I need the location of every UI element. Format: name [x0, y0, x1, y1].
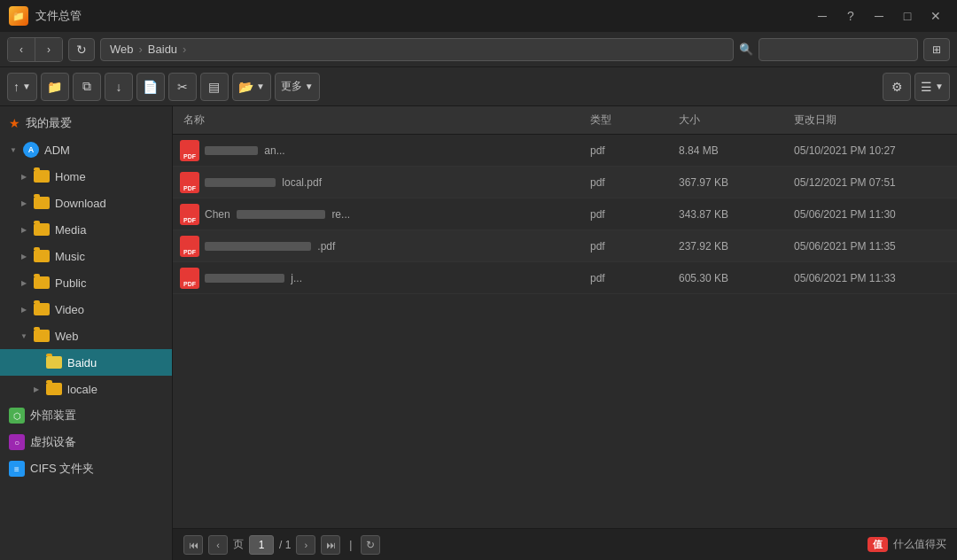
more-button[interactable]: 更多 ▼ [275, 73, 320, 101]
col-header-size: 大小 [675, 113, 790, 128]
rename-icon: ▤ [208, 80, 220, 94]
file-area: 名称 类型 大小 更改日期 an... pdf 8.84 MB [173, 106, 957, 560]
settings-button[interactable]: ⚙ [883, 73, 911, 101]
nav-bar: ‹ › ↻ Web › Baidu › 🔍 ⊞ [0, 32, 957, 67]
blurred-name-3 [237, 210, 325, 219]
minimize-window-button[interactable]: ─ [867, 4, 891, 28]
page-number-input[interactable] [249, 535, 274, 555]
file-name-3: Chen re... [205, 208, 587, 221]
pdf-icon [180, 204, 199, 225]
prev-page-button[interactable]: ‹ [208, 535, 228, 555]
sidebar-item-video[interactable]: ▶ Video [0, 296, 172, 323]
file-size-2: 367.97 KB [675, 176, 790, 189]
file-date-4: 05/06/2021 PM 11:35 [790, 240, 950, 253]
favorites-label: 我的最爱 [26, 115, 72, 131]
cut-icon: ✂ [177, 80, 188, 94]
file-list: an... pdf 8.84 MB 05/10/2021 PM 10:27 lo… [173, 135, 957, 528]
move-arrow-icon: ▼ [256, 82, 265, 91]
question-button[interactable]: ? [838, 4, 863, 28]
file-date-2: 05/12/2021 PM 07:51 [790, 176, 950, 189]
file-size-3: 343.87 KB [675, 208, 790, 221]
minimize-button[interactable]: ─ [810, 4, 835, 28]
new-folder-icon: 📁 [47, 80, 62, 94]
new-folder-button[interactable]: 📁 [41, 73, 69, 101]
maximize-button[interactable]: □ [895, 4, 920, 28]
table-row[interactable]: an... pdf 8.84 MB 05/10/2021 PM 10:27 [173, 135, 957, 167]
locale-expand-icon: ▶ [32, 385, 41, 393]
path-part-baidu: Baidu [148, 43, 177, 56]
watermark-text: 什么值得买 [893, 537, 946, 552]
forward-button[interactable]: › [35, 38, 62, 61]
sidebar-item-cifs[interactable]: ≡ CIFS 文件夹 [0, 455, 172, 482]
sidebar-item-external[interactable]: ⬡ 外部装置 [0, 402, 172, 429]
sidebar-item-download[interactable]: ▶ Download [0, 190, 172, 216]
search-input[interactable] [759, 38, 918, 61]
total-pages: / 1 [279, 539, 291, 551]
web-label: Web [55, 330, 79, 343]
sidebar-item-media[interactable]: ▶ Media [0, 216, 172, 243]
next-page-button[interactable]: › [296, 535, 315, 555]
sidebar-item-home[interactable]: ▶ Home [0, 163, 172, 190]
baidu-label: Baidu [67, 356, 97, 369]
first-page-button[interactable]: ⏮ [183, 535, 203, 555]
sidebar-item-favorites[interactable]: ★ 我的最爱 [0, 110, 172, 136]
move-icon: 📂 [238, 80, 253, 94]
grid-icon: ⊞ [932, 43, 941, 56]
adm-expand-icon: ▼ [9, 145, 18, 154]
locale-label: locale [67, 383, 97, 396]
music-label: Music [55, 250, 85, 263]
refresh-button[interactable]: ↻ [68, 38, 95, 61]
file-name-5: j... [205, 272, 587, 284]
upload-arrow-icon: ▼ [22, 82, 31, 91]
upload-icon: ↑ [13, 80, 19, 94]
virtual-device-icon: ○ [9, 434, 25, 450]
upload-button[interactable]: ↑ ▼ [7, 73, 37, 101]
file-date-1: 05/10/2021 PM 10:27 [790, 144, 950, 157]
table-row[interactable]: Chen re... pdf 343.87 KB 05/06/2021 PM 1… [173, 198, 957, 230]
copy-button[interactable]: ⧉ [73, 73, 101, 101]
file-name-1: an... [205, 144, 587, 157]
col-header-type: 类型 [587, 113, 675, 128]
rename-button[interactable]: ▤ [200, 73, 229, 101]
external-device-icon: ⬡ [9, 408, 25, 424]
media-label: Media [55, 223, 86, 237]
pdf-icon [180, 172, 199, 193]
footer: ⏮ ‹ 页 / 1 › ⏭ | ↻ 值 什么值得买 [173, 528, 957, 560]
close-button[interactable]: ✕ [923, 4, 948, 28]
path-bar[interactable]: Web › Baidu › [100, 38, 734, 61]
public-expand-icon: ▶ [19, 278, 28, 287]
file-type-4: pdf [587, 240, 675, 253]
move-button[interactable]: 📂 ▼ [232, 73, 271, 101]
footer-sep: | [349, 539, 352, 551]
table-row[interactable]: .pdf pdf 237.92 KB 05/06/2021 PM 11:35 [173, 230, 957, 262]
last-page-button[interactable]: ⏭ [321, 535, 340, 555]
baidu-folder-icon [46, 356, 62, 369]
file-name-2: local.pdf [205, 176, 587, 189]
back-button[interactable]: ‹ [8, 38, 35, 61]
sidebar-item-web[interactable]: ▼ Web [0, 323, 172, 349]
sidebar-item-locale[interactable]: ▶ locale [0, 376, 172, 402]
external-label: 外部装置 [30, 408, 76, 424]
file-size-4: 237.92 KB [675, 240, 790, 253]
home-label: Home [55, 170, 86, 183]
footer-refresh-button[interactable]: ↻ [361, 535, 380, 555]
view-list-button[interactable]: ☰ ▼ [914, 73, 950, 101]
sidebar-item-baidu[interactable]: Baidu [0, 349, 172, 376]
table-row[interactable]: local.pdf pdf 367.97 KB 05/12/2021 PM 07… [173, 167, 957, 198]
download-button[interactable]: ↓ [105, 73, 133, 101]
view-toggle-button[interactable]: ⊞ [923, 38, 950, 61]
sidebar-item-public[interactable]: ▶ Public [0, 269, 172, 296]
sidebar-item-adm[interactable]: ▼ A ADM [0, 136, 172, 163]
pdf-icon [180, 268, 199, 289]
web-folder-icon [34, 330, 50, 342]
new-doc-button[interactable]: 📄 [136, 73, 165, 101]
adm-label: ADM [44, 144, 70, 157]
title-bar: 📁 文件总管 ─ ? ─ □ ✕ [0, 0, 957, 32]
file-size-1: 8.84 MB [675, 144, 790, 157]
table-row[interactable]: j... pdf 605.30 KB 05/06/2021 PM 11:33 [173, 262, 957, 294]
cut-button[interactable]: ✂ [168, 73, 197, 101]
sidebar-item-music[interactable]: ▶ Music [0, 243, 172, 269]
sidebar-item-virtual[interactable]: ○ 虚拟设备 [0, 429, 172, 455]
file-name-4: .pdf [205, 240, 587, 253]
cifs-label: CIFS 文件夹 [30, 461, 94, 477]
